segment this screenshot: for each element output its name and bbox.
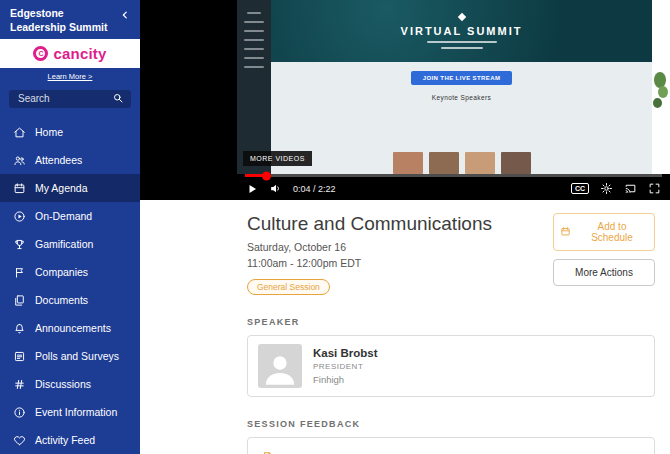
video-time-display: 0:04 / 2:22 — [293, 184, 336, 194]
app-window: Edgestone Leadership Summit C cancity Le… — [0, 0, 670, 454]
speaker-heading: SPEAKER — [247, 317, 655, 327]
keynote-speakers-heading: Keynote Speakers — [432, 94, 492, 101]
video-page-main: VIRTUAL SUMMIT JOIN THE LIVE STREAM Keyn… — [271, 0, 652, 174]
speaker-thumbnails — [271, 152, 652, 174]
home-icon — [12, 126, 26, 139]
sidebar-item-gamification[interactable]: Gamification — [0, 230, 140, 258]
search-icon[interactable] — [112, 90, 124, 108]
settings-gear-icon[interactable] — [600, 182, 613, 195]
sidebar-search — [9, 90, 131, 108]
video-page-body: JOIN THE LIVE STREAM Keynote Speakers — [271, 62, 652, 174]
sidebar-nav: Home Attendees My Agenda On-Demand Gamif… — [0, 118, 140, 454]
main-content: VIRTUAL SUMMIT JOIN THE LIVE STREAM Keyn… — [140, 0, 670, 454]
cancity-logo-text: cancity — [53, 45, 106, 62]
sidebar-item-companies[interactable]: Companies — [0, 258, 140, 286]
people-icon — [12, 154, 26, 167]
session-type-badge: General Session — [247, 279, 330, 295]
cast-icon[interactable] — [624, 182, 637, 195]
bell-icon — [12, 322, 26, 335]
plant-image — [652, 0, 670, 174]
session-actions: Add to Schedule More Actions — [553, 213, 655, 286]
session-feedback-link[interactable]: Session Feedback — [247, 437, 655, 454]
calendar-icon — [12, 182, 26, 195]
sidebar-header: Edgestone Leadership Summit — [0, 0, 140, 39]
sidebar-item-on-demand[interactable]: On-Demand — [0, 202, 140, 230]
sidebar-item-activity-feed[interactable]: Activity Feed — [0, 426, 140, 454]
info-icon — [12, 406, 26, 419]
video-page-sidebar — [237, 0, 271, 174]
video-page-title: VIRTUAL SUMMIT — [401, 25, 523, 37]
sidebar-item-home[interactable]: Home — [0, 118, 140, 146]
volume-button[interactable] — [269, 182, 282, 195]
sidebar-item-label: My Agenda — [35, 182, 88, 194]
speaker-role: PRESIDENT — [313, 362, 378, 371]
search-input[interactable] — [16, 92, 112, 105]
sidebar-item-label: Home — [35, 126, 63, 138]
sidebar-item-label: Polls and Surveys — [35, 350, 119, 362]
chevron-left-icon — [120, 8, 130, 23]
video-progress-bar[interactable] — [245, 174, 662, 177]
sidebar-item-discussions[interactable]: Discussions — [0, 370, 140, 398]
checklist-icon — [12, 350, 26, 363]
feedback-section: SESSION FEEDBACK Session Feedback — [247, 419, 655, 454]
sidebar-item-label: Activity Feed — [35, 434, 95, 446]
add-to-schedule-button[interactable]: Add to Schedule — [553, 213, 655, 251]
flag-icon — [12, 266, 26, 279]
speaker-company: Finhigh — [313, 374, 378, 385]
sidebar-item-label: Gamification — [35, 238, 93, 250]
closed-captions-button[interactable]: CC — [571, 183, 589, 194]
video-player: VIRTUAL SUMMIT JOIN THE LIVE STREAM Keyn… — [140, 0, 670, 200]
join-live-stream-button: JOIN THE LIVE STREAM — [411, 71, 513, 85]
session-info: Culture and Communications Saturday, Oct… — [247, 213, 492, 295]
video-hero: VIRTUAL SUMMIT — [271, 0, 652, 62]
event-title: Edgestone Leadership Summit — [10, 7, 110, 34]
more-actions-label: More Actions — [575, 267, 633, 278]
sidebar-item-label: Announcements — [35, 322, 111, 334]
sidebar-collapse-button[interactable] — [118, 7, 132, 24]
more-actions-button[interactable]: More Actions — [553, 259, 655, 286]
session-feedback-heading: SESSION FEEDBACK — [247, 419, 655, 429]
more-videos-button[interactable]: MORE VIDEOS — [243, 151, 312, 166]
fullscreen-icon[interactable] — [648, 182, 661, 195]
summit-logo-icon — [457, 12, 465, 20]
learn-more-link[interactable]: Learn More > — [0, 68, 140, 83]
sidebar-item-label: Documents — [35, 294, 88, 306]
sidebar-item-label: Event Information — [35, 406, 117, 418]
brand-logo[interactable]: C cancity — [0, 39, 140, 67]
speaker-card[interactable]: Kasi Brobst PRESIDENT Finhigh — [247, 335, 655, 397]
video-controls: 0:04 / 2:22 CC — [237, 174, 670, 200]
session-detail: Culture and Communications Saturday, Oct… — [140, 200, 670, 454]
session-date: Saturday, October 16 — [247, 240, 492, 256]
sidebar: Edgestone Leadership Summit C cancity Le… — [0, 0, 140, 454]
sidebar-item-documents[interactable]: Documents — [0, 286, 140, 314]
sidebar-item-label: Companies — [35, 266, 88, 278]
trophy-icon — [12, 238, 26, 251]
speaker-section: SPEAKER Kasi Brobst PRESIDENT Finhigh — [247, 317, 655, 397]
play-circle-icon — [12, 210, 26, 223]
documents-icon — [12, 294, 26, 307]
play-button[interactable] — [246, 183, 258, 195]
sidebar-item-event-information[interactable]: Event Information — [0, 398, 140, 426]
sidebar-item-my-agenda[interactable]: My Agenda — [0, 174, 140, 202]
sidebar-item-announcements[interactable]: Announcements — [0, 314, 140, 342]
sidebar-item-label: Discussions — [35, 378, 91, 390]
video-surface[interactable]: VIRTUAL SUMMIT JOIN THE LIVE STREAM Keyn… — [237, 0, 670, 174]
sidebar-item-label: On-Demand — [35, 210, 92, 222]
session-time: 11:00am - 12:00pm EDT — [247, 256, 492, 272]
sidebar-item-label: Attendees — [35, 154, 82, 166]
cancity-logo-icon: C — [33, 46, 48, 61]
speaker-name: Kasi Brobst — [313, 347, 378, 359]
add-to-schedule-label: Add to Schedule — [576, 221, 648, 243]
sidebar-item-attendees[interactable]: Attendees — [0, 146, 140, 174]
session-title: Culture and Communications — [247, 213, 492, 235]
hashtag-icon — [12, 378, 26, 391]
avatar — [258, 344, 302, 388]
sidebar-item-polls-and-surveys[interactable]: Polls and Surveys — [0, 342, 140, 370]
heart-icon — [12, 434, 26, 447]
feedback-document-icon — [261, 451, 275, 454]
calendar-add-icon — [560, 226, 571, 239]
